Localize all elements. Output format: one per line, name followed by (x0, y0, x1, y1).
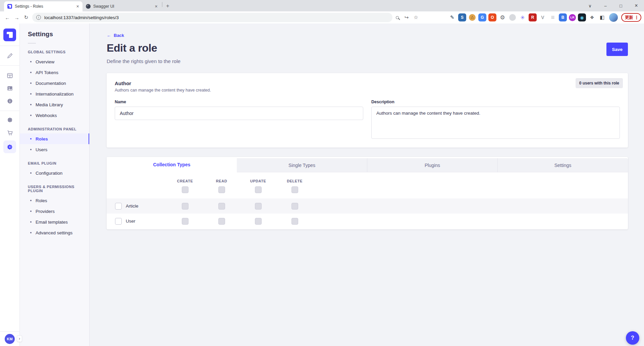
expand-nav-chevron-icon[interactable]: › (17, 335, 22, 342)
row-label: User (126, 219, 136, 224)
new-tab-button[interactable]: + (163, 2, 172, 10)
asterisk-extension-icon[interactable]: ✳ (519, 13, 527, 21)
tab-search-icon[interactable]: ∨ (582, 0, 598, 11)
name-field-label: Name (115, 100, 363, 104)
s-extension-icon[interactable]: S (458, 13, 466, 21)
save-button[interactable]: Save (606, 43, 628, 56)
sidebar-item-up-advanced-settings[interactable]: Advanced settings (20, 227, 89, 238)
close-tab-icon[interactable]: × (153, 4, 159, 9)
user-row-checkbox[interactable] (115, 218, 122, 225)
back-link[interactable]: ← Back (107, 33, 124, 38)
user-delete-checkbox[interactable] (291, 218, 298, 225)
o-extension-icon[interactable]: O (488, 13, 496, 21)
minimize-icon[interactable]: – (598, 0, 613, 11)
media-library-icon[interactable] (3, 82, 16, 95)
lines-extension-icon[interactable]: ≡ (549, 13, 557, 21)
section-global-settings: GLOBAL SETTINGS (20, 44, 89, 56)
sidebar-item-admin-users[interactable]: Users (20, 144, 89, 155)
update-label: 更新 (625, 15, 633, 20)
cookie-extension-icon[interactable]: ∴ (469, 14, 476, 21)
gear-extension-icon[interactable]: ⚙ (498, 13, 506, 21)
browser-tab-swagger[interactable]: Swagger UI × (83, 1, 161, 11)
role-description-textarea[interactable]: Authors can manage the content they have… (371, 107, 620, 139)
profile-avatar[interactable] (609, 13, 618, 22)
user-avatar[interactable]: KM (5, 334, 15, 344)
user-create-checkbox[interactable] (182, 218, 189, 225)
chrome-update-menu-button[interactable]: 更新 ⋮ (621, 13, 641, 22)
r-extension-icon[interactable]: R (529, 13, 537, 21)
article-delete-checkbox[interactable] (291, 203, 298, 210)
help-button[interactable]: ? (626, 331, 639, 345)
sidebar-item-webhooks[interactable]: Webhooks (20, 110, 89, 121)
content-manager-icon[interactable] (3, 49, 16, 62)
tab-collection-types[interactable]: Collection Types (107, 157, 237, 172)
disabled-extension-icon[interactable] (509, 14, 516, 21)
puzzle-extension-icon[interactable]: ❖ (588, 13, 596, 21)
sidebar-item-up-email-templates[interactable]: Email templates (20, 217, 89, 227)
forward-icon[interactable]: → (12, 13, 21, 22)
zoom-icon[interactable] (392, 13, 402, 22)
share-icon[interactable]: ↪ (402, 13, 411, 22)
article-update-checkbox[interactable] (255, 203, 262, 210)
sidebar-item-api-tokens[interactable]: API Tokens (20, 67, 89, 78)
select-all-create-checkbox[interactable] (182, 186, 189, 193)
reload-icon[interactable]: ↻ (21, 13, 31, 22)
close-tab-icon[interactable]: × (75, 4, 80, 9)
tab-settings[interactable]: Settings (498, 158, 628, 172)
role-name-input[interactable] (115, 107, 363, 120)
main-content: ← Back Edit a role Save Define the right… (90, 23, 644, 346)
bullet-icon (30, 93, 32, 95)
restore-icon[interactable]: □ (613, 0, 629, 11)
description-field-label: Description (371, 100, 620, 104)
article-row-checkbox[interactable] (115, 203, 122, 210)
plugins-puzzle-icon[interactable] (3, 114, 16, 126)
strapi-logo[interactable] (3, 28, 16, 41)
bookmark-star-icon[interactable]: ☆ (411, 13, 421, 22)
role-info-card: Author Authors can manage the content th… (107, 73, 628, 148)
marketplace-cart-icon[interactable] (3, 126, 16, 139)
close-icon[interactable]: × (629, 0, 644, 11)
lr-extension-icon[interactable]: LR (569, 14, 576, 21)
sidebar-item-up-roles[interactable]: Roles (20, 195, 89, 206)
pen-extension-icon[interactable]: ✎ (448, 13, 456, 21)
article-create-checkbox[interactable] (182, 203, 189, 210)
sidebar-item-email-configuration[interactable]: Configuration (20, 168, 89, 178)
bullet-icon (30, 200, 32, 201)
browser-titlebar: Settings - Roles × Swagger UI × + ∨ – □ … (0, 0, 644, 11)
settings-subnav: Settings GLOBAL SETTINGS Overview API To… (20, 23, 90, 346)
url-bar[interactable]: i localhost:1337/admin/settings/roles/3 (32, 13, 392, 22)
row-label: Article (126, 204, 139, 209)
select-all-update-checkbox[interactable] (255, 186, 262, 193)
user-update-checkbox[interactable] (255, 218, 262, 225)
tab-title: Settings - Roles (15, 4, 72, 9)
user-read-checkbox[interactable] (218, 218, 225, 225)
bullet-icon (30, 115, 32, 116)
bullet-icon (30, 172, 32, 174)
tab-single-types[interactable]: Single Types (237, 158, 367, 172)
tag-extension-icon[interactable]: B (559, 13, 567, 21)
sidebar-item-overview[interactable]: Overview (20, 56, 89, 67)
bullet-icon (30, 104, 32, 105)
info-icon[interactable] (3, 95, 16, 107)
vue-extension-icon[interactable]: V (539, 13, 547, 21)
contrast-extension-icon[interactable]: ◧ (598, 13, 606, 21)
swagger-favicon (86, 4, 91, 9)
settings-gear-icon[interactable] (3, 140, 16, 153)
sidebar-item-internationalization[interactable]: Internationalization (20, 89, 89, 99)
site-info-icon[interactable]: i (36, 15, 41, 20)
sidebar-item-media-library[interactable]: Media Library (20, 99, 89, 110)
sidebar-item-up-providers[interactable]: Providers (20, 206, 89, 217)
react-extension-icon[interactable]: ◉ (578, 13, 586, 21)
article-read-checkbox[interactable] (218, 203, 225, 210)
content-type-builder-icon[interactable] (3, 69, 16, 82)
tab-plugins[interactable]: Plugins (367, 158, 498, 172)
browser-tab-settings-roles[interactable]: Settings - Roles × (4, 1, 83, 11)
select-all-delete-checkbox[interactable] (291, 186, 298, 193)
back-icon[interactable]: ← (3, 13, 12, 22)
translate-extension-icon[interactable]: G (478, 13, 486, 21)
sidebar-item-admin-roles[interactable]: Roles (20, 133, 89, 144)
column-delete: DELETE (276, 179, 313, 183)
column-read: READ (203, 179, 240, 183)
sidebar-item-documentation[interactable]: Documentation (20, 78, 89, 89)
select-all-read-checkbox[interactable] (218, 186, 225, 193)
